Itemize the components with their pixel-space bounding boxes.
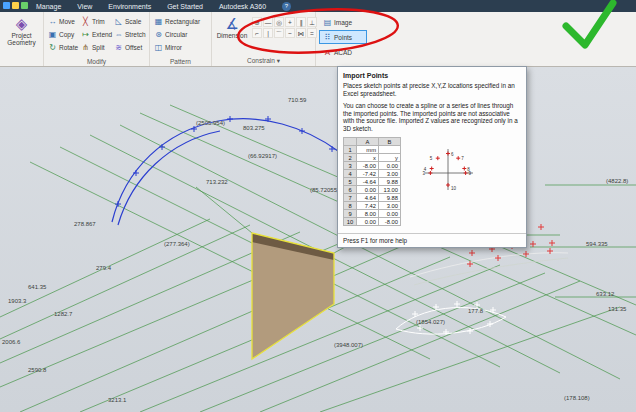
dimension-label: 710.59 bbox=[288, 97, 306, 103]
panel-label-pattern[interactable]: Pattern bbox=[150, 58, 211, 65]
import-table: AB1mm2xy3-8.000.004-7.423.005-4.649.8860… bbox=[343, 137, 401, 226]
points-icon: ⠿ bbox=[323, 33, 332, 42]
tangent-constraint-icon[interactable]: ⌒ bbox=[274, 28, 284, 38]
vertical-constraint-icon[interactable]: ∣ bbox=[263, 28, 273, 38]
diagram-point-number: 10 bbox=[451, 186, 457, 191]
project-geometry-button[interactable]: ◈ Project Geometry bbox=[3, 13, 40, 47]
split-label: Split bbox=[92, 44, 105, 51]
rectangular-icon: ▦ bbox=[154, 17, 163, 26]
table-row: 2xy bbox=[344, 154, 401, 162]
scale-button[interactable]: ◺Scale bbox=[113, 15, 146, 27]
tab-get-started[interactable]: Get Started bbox=[167, 3, 203, 10]
tab-environments[interactable]: Environments bbox=[108, 3, 151, 10]
image-button[interactable]: ▤Image bbox=[319, 15, 367, 29]
constrain-label-text: Constrain bbox=[247, 57, 275, 64]
circular-label: Circular bbox=[165, 31, 187, 38]
move-icon: ↔ bbox=[48, 17, 57, 26]
airfoil-point-markers bbox=[412, 301, 496, 335]
collinear-constraint-icon[interactable]: — bbox=[263, 17, 273, 27]
offset-label: Offset bbox=[125, 44, 142, 51]
wireframe-drawing bbox=[0, 67, 636, 412]
app-icon[interactable] bbox=[21, 2, 28, 9]
split-icon: ⋔ bbox=[81, 43, 90, 52]
symmetric-constraint-icon[interactable]: ⋈ bbox=[296, 28, 306, 38]
dimension-label: 278.867 bbox=[74, 221, 96, 227]
diagram-point-marker bbox=[436, 156, 440, 160]
help-icon[interactable]: ? bbox=[282, 2, 291, 11]
points-button[interactable]: ⠿Points bbox=[319, 30, 367, 44]
rotate-label: Rotate bbox=[59, 44, 78, 51]
table-row: 98.000.00 bbox=[344, 210, 401, 218]
trim-icon: ╳ bbox=[81, 17, 90, 26]
offset-icon: ≋ bbox=[114, 43, 123, 52]
app-icon[interactable] bbox=[12, 2, 19, 9]
ribbon-tab-bar: Manage View Environments Get Started Aut… bbox=[0, 0, 636, 12]
diagram-point-marker bbox=[464, 171, 468, 175]
viewport[interactable]: 710.5938.163(2505.954)803.275(66.92917)7… bbox=[0, 67, 636, 412]
smooth-constraint-icon[interactable]: ~ bbox=[285, 28, 295, 38]
diagram-point-marker bbox=[462, 167, 466, 171]
project-geometry-label: Project Geometry bbox=[3, 32, 40, 47]
tab-autodesk-a360[interactable]: Autodesk A360 bbox=[219, 3, 266, 10]
trim-label: Trim bbox=[92, 18, 105, 25]
dimension-label: 803.275 bbox=[243, 125, 265, 131]
tab-view[interactable]: View bbox=[77, 3, 92, 10]
move-button[interactable]: ↔Move bbox=[47, 15, 80, 27]
trim-button[interactable]: ╳Trim bbox=[80, 15, 113, 27]
copy-button[interactable]: ▣Copy bbox=[47, 28, 80, 40]
diagram-point-number: 9 bbox=[469, 171, 472, 176]
fix-constraint-icon[interactable]: + bbox=[285, 17, 295, 27]
rectangular-button[interactable]: ▦Rectangular bbox=[153, 15, 208, 27]
panel-label-modify[interactable]: Modify bbox=[44, 58, 149, 65]
acad-label: ACAD bbox=[334, 49, 352, 56]
circular-button[interactable]: ⊛Circular bbox=[153, 28, 208, 40]
rectangular-label: Rectangular bbox=[165, 18, 200, 25]
dimension-icon: ∡ bbox=[225, 16, 238, 32]
split-button[interactable]: ⋔Split bbox=[80, 41, 113, 53]
panel-constrain: ∡ Dimension ⊕—◎+∥⊥⌐∣⌒~⋈= Constrain ▾ bbox=[212, 12, 316, 66]
rotate-icon: ↻ bbox=[48, 43, 57, 52]
diagram-point-marker bbox=[428, 171, 432, 175]
horizontal-constraint-icon[interactable]: ⌐ bbox=[252, 28, 262, 38]
tooltip-paragraph: Places sketch points at precise X,Y,Z lo… bbox=[343, 82, 521, 98]
import-points-tooltip: Import Points Places sketch points at pr… bbox=[337, 66, 527, 248]
table-row: 60.0013.00 bbox=[344, 186, 401, 194]
dimension-label: 641.35 bbox=[28, 284, 46, 290]
tab-manage[interactable]: Manage bbox=[36, 3, 61, 10]
offset-button[interactable]: ≋Offset bbox=[113, 41, 146, 53]
diagram-point-marker bbox=[446, 183, 450, 187]
dimension-button[interactable]: ∡ Dimension bbox=[215, 13, 249, 39]
concentric-constraint-icon[interactable]: ◎ bbox=[274, 17, 284, 27]
dimension-label: 2006.6 bbox=[2, 339, 20, 345]
rotate-button[interactable]: ↻Rotate bbox=[47, 41, 80, 53]
coincident-constraint-icon[interactable]: ⊕ bbox=[252, 17, 262, 27]
acad-icon: A bbox=[323, 48, 332, 57]
dimension-label: 1903.3 bbox=[8, 298, 26, 304]
stretch-button[interactable]: ⇔Stretch bbox=[113, 28, 146, 40]
table-header: B bbox=[379, 138, 401, 146]
dimension-label: 633.12 bbox=[596, 291, 614, 297]
extend-button[interactable]: ↦Extend bbox=[80, 28, 113, 40]
app-icon[interactable] bbox=[3, 2, 10, 9]
panel-label-constrain[interactable]: Constrain ▾ bbox=[212, 57, 315, 65]
panel-modify: ↔Move▣Copy↻Rotate╳Trim↦Extend⋔Split◺Scal… bbox=[44, 12, 150, 66]
scale-icon: ◺ bbox=[114, 17, 123, 26]
project-geometry-icon: ◈ bbox=[16, 16, 28, 32]
stretch-label: Stretch bbox=[125, 31, 146, 38]
mirror-button[interactable]: ◫Mirror bbox=[153, 41, 208, 53]
dimension-label: (1854.027) bbox=[416, 319, 445, 325]
table-header bbox=[344, 138, 357, 146]
dimension-label: (2505.954) bbox=[196, 120, 225, 126]
dimension-label: 2590.8 bbox=[28, 367, 46, 373]
acad-button[interactable]: AACAD bbox=[319, 45, 367, 59]
chevron-down-icon: ▾ bbox=[277, 57, 280, 64]
scale-label: Scale bbox=[125, 18, 141, 25]
app-icons bbox=[3, 2, 28, 9]
parallel-constraint-icon[interactable]: ∥ bbox=[296, 17, 306, 27]
diagram-point-number: 7 bbox=[461, 156, 464, 161]
diagram-point-number: 3 bbox=[422, 171, 425, 176]
mirror-label: Mirror bbox=[165, 44, 182, 51]
panel-insert: ▤Image⠿PointsAACAD bbox=[316, 12, 370, 66]
move-label: Move bbox=[59, 18, 75, 25]
dimension-label: 1282.7 bbox=[54, 311, 72, 317]
